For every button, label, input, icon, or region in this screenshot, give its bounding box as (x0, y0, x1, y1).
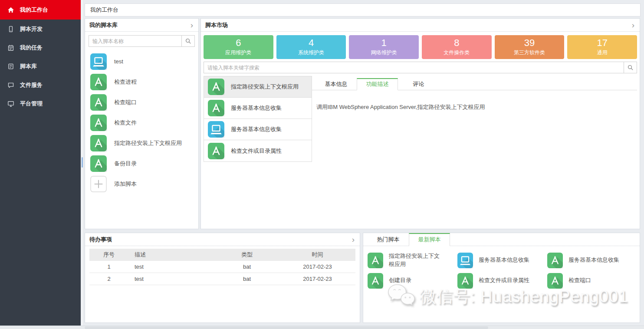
tab-hot-scripts[interactable]: 热门脚本 (368, 233, 409, 246)
market-header: 脚本市场 › (201, 19, 640, 32)
category-cards: 6 应用维护类 4 系统维护类 1 网络维护类 8 文件操作类 39 第三方软件… (204, 35, 637, 59)
category-label: 文件操作类 (422, 49, 492, 56)
app-icon-green (90, 115, 107, 131)
category-label: 第三方软件类 (495, 49, 565, 56)
category-label: 通用 (567, 49, 637, 56)
todo-header: 待办事项 › (85, 233, 360, 246)
horizontal-scrollbar[interactable] (0, 326, 644, 329)
chevron-right-icon[interactable]: › (191, 21, 194, 29)
app-icon-green (90, 155, 107, 172)
category-label: 应用维护类 (204, 49, 273, 56)
app-icon-green (208, 100, 224, 116)
sidebar: 我的工作台 脚本开发 我的任务 脚本库 文件服务 平台管理 (0, 0, 81, 326)
latest-script-label: 创建目录 (389, 276, 411, 285)
sidebar-splitter[interactable] (81, 0, 84, 326)
market-tabs: 基本信息功能描述评论 (312, 78, 637, 90)
book-icon (7, 63, 14, 70)
sidebar-item-workbench[interactable]: 我的工作台 (0, 0, 81, 20)
todo-column-header: 描述 (128, 251, 214, 259)
script-item[interactable]: 备份目录 (85, 153, 198, 174)
script-description: 调用IBM WebSphere Application Server,指定路径安… (312, 90, 637, 124)
my-scripts-search-input[interactable] (89, 36, 181, 46)
laptop-icon-blue (90, 53, 107, 70)
app-icon-green (368, 273, 383, 289)
todo-column-header: 序号 (89, 251, 128, 259)
sidebar-item-label: 脚本开发 (20, 25, 43, 33)
market-searchbox (204, 62, 637, 73)
app-icon-green (457, 273, 473, 289)
todo-row[interactable]: 2testbat2017-02-23 (89, 273, 355, 285)
category-card[interactable]: 8 文件操作类 (422, 35, 492, 59)
panel-todo: 待办事项 › 序号描述类型时间1testbat2017-02-232testba… (85, 233, 360, 323)
tab-basic-info[interactable]: 基本信息 (315, 78, 357, 90)
monitor-icon (7, 100, 14, 107)
category-card[interactable]: 4 系统维护类 (276, 35, 346, 59)
script-item[interactable]: 检查文件 (85, 112, 198, 133)
my-scripts-searchbox (89, 35, 195, 47)
tab-comments[interactable]: 评论 (398, 78, 439, 90)
sidebar-item-script-library[interactable]: 脚本库 (0, 57, 81, 76)
category-card[interactable]: 1 网络维护类 (349, 35, 419, 59)
script-item-label: 备份目录 (114, 160, 137, 168)
market-script-label: 指定路径安装上下文根应用 (231, 83, 299, 91)
market-script-item[interactable]: 检查文件或目录属性 (204, 140, 312, 161)
todo-column-header: 类型 (214, 251, 279, 259)
category-card[interactable]: 17 通用 (567, 35, 637, 59)
sidebar-item-my-tasks[interactable]: 我的任务 (0, 38, 81, 57)
page-title: 我的工作台 (90, 7, 118, 13)
chevron-right-icon[interactable]: › (352, 235, 355, 243)
latest-script-item[interactable]: 创建目录 (368, 273, 456, 289)
script-item[interactable]: 检查进程 (85, 72, 198, 92)
market-search-input[interactable] (204, 62, 624, 73)
script-item[interactable]: 添加脚本 (85, 174, 198, 194)
app-icon-green (208, 79, 224, 95)
chevron-right-icon[interactable]: › (632, 21, 635, 29)
script-item[interactable]: 指定路径安装上下文根应用 (85, 133, 198, 153)
splitter-handle-icon[interactable] (82, 157, 83, 168)
app-icon-green (208, 143, 224, 159)
search-icon[interactable] (181, 36, 194, 46)
search-icon[interactable] (624, 62, 637, 73)
market-script-item[interactable]: 服务器基本信息收集 (204, 98, 312, 119)
tab-latest-scripts[interactable]: 最新脚本 (409, 233, 450, 246)
latest-script-label: 服务器基本信息收集 (479, 256, 529, 264)
script-item[interactable]: 检查端口 (85, 92, 198, 112)
chat-icon (7, 82, 14, 89)
script-item-label: test (114, 58, 123, 65)
category-card[interactable]: 39 第三方软件类 (495, 35, 565, 59)
tab-feature-desc[interactable]: 功能描述 (357, 78, 398, 90)
latest-script-item[interactable]: 检查端口 (547, 273, 635, 289)
latest-script-item[interactable]: 检查文件或目录属性 (457, 273, 545, 289)
sidebar-item-script-dev[interactable]: 脚本开发 (0, 20, 81, 38)
category-count: 1 (349, 35, 419, 49)
app-icon-green (90, 74, 107, 90)
market-script-label: 检查文件或目录属性 (231, 147, 282, 155)
add-icon (90, 176, 107, 192)
sidebar-item-label: 平台管理 (20, 100, 43, 108)
category-card[interactable]: 6 应用维护类 (204, 35, 273, 59)
app-icon-green (90, 94, 107, 111)
my-scripts-header: 我的脚本库 › (85, 19, 198, 32)
todo-cell: 2017-02-23 (279, 263, 355, 270)
market-script-item[interactable]: 指定路径安装上下文根应用 (204, 76, 312, 98)
category-count: 17 (567, 35, 637, 49)
todo-cell: bat (214, 263, 279, 270)
script-item[interactable]: test (85, 51, 198, 72)
market-script-label: 服务器基本信息收集 (231, 125, 282, 133)
latest-script-item[interactable]: 服务器基本信息收集 (547, 252, 635, 269)
latest-script-item[interactable]: 指定路径安装上下文根应用 (368, 252, 456, 269)
todo-row[interactable]: 1testbat2017-02-23 (89, 261, 355, 273)
latest-tabs: 热门脚本最新脚本 (363, 233, 640, 246)
app-icon-green (368, 253, 383, 268)
latest-script-label: 检查文件或目录属性 (479, 276, 529, 285)
sidebar-item-label: 文件服务 (20, 81, 43, 89)
sidebar-item-file-service[interactable]: 文件服务 (0, 76, 81, 94)
app-icon-green (547, 273, 563, 289)
scrollbar-thumb[interactable] (85, 326, 488, 329)
home-icon (7, 7, 14, 13)
latest-script-item[interactable]: 服务器基本信息收集 (457, 252, 545, 269)
market-script-item[interactable]: 服务器基本信息收集 (204, 119, 312, 140)
category-label: 系统维护类 (276, 49, 346, 56)
sidebar-item-platform-admin[interactable]: 平台管理 (0, 94, 81, 113)
my-script-list: test 检查进程 检查端口 检查文件 指定路径安装上下文根应用 备份目录 添加… (85, 50, 198, 195)
